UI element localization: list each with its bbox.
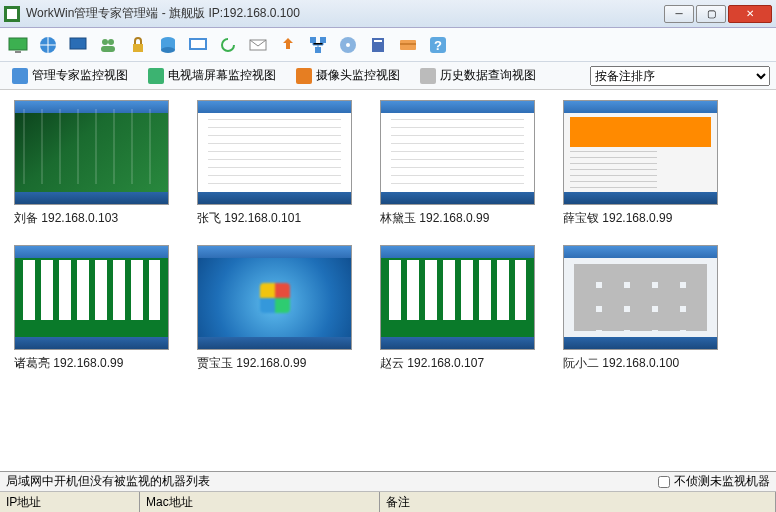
tile-caption: 贾宝玉 192.168.0.99 [197, 355, 352, 372]
screen-tile[interactable]: 薛宝钗 192.168.0.99 [563, 100, 718, 227]
window-title: WorkWin管理专家管理端 - 旗舰版 IP:192.168.0.100 [26, 5, 664, 22]
tile-caption: 林黛玉 192.168.0.99 [380, 210, 535, 227]
tab-manager-monitor[interactable]: 管理专家监控视图 [6, 65, 134, 86]
window-buttons: ─ ▢ ✕ [664, 5, 772, 23]
toolbar: ? [0, 28, 776, 62]
screen-tile[interactable]: 赵云 192.168.0.107 [380, 245, 535, 372]
no-detect-input[interactable] [658, 476, 670, 488]
no-detect-checkbox[interactable]: 不侦测未监视机器 [658, 473, 770, 490]
tb-mail-icon[interactable] [246, 33, 270, 57]
tab-label: 历史数据查询视图 [440, 67, 536, 84]
svg-text:?: ? [434, 38, 442, 53]
tile-caption: 赵云 192.168.0.107 [380, 355, 535, 372]
app-icon [4, 6, 20, 22]
tab-icon [420, 68, 436, 84]
bottom-table-header: IP地址 Mac地址 备注 [0, 492, 776, 512]
tab-label: 电视墙屏幕监控视图 [168, 67, 276, 84]
screen-thumbnail[interactable] [197, 100, 352, 205]
thumbnail-grid: 刘备 192.168.0.103张飞 192.168.0.101林黛玉 192.… [0, 90, 776, 438]
view-tabs: 管理专家监控视图 电视墙屏幕监控视图 摄像头监控视图 历史数据查询视图 按备注排… [0, 62, 776, 90]
svg-rect-1 [7, 9, 17, 19]
svg-point-6 [102, 39, 108, 45]
titlebar: WorkWin管理专家管理端 - 旗舰版 IP:192.168.0.100 ─ … [0, 0, 776, 28]
svg-rect-23 [400, 43, 416, 45]
screen-tile[interactable]: 诸葛亮 192.168.0.99 [14, 245, 169, 372]
svg-point-12 [161, 47, 175, 53]
svg-rect-15 [310, 37, 316, 43]
screen-tile[interactable]: 林黛玉 192.168.0.99 [380, 100, 535, 227]
tab-history[interactable]: 历史数据查询视图 [414, 65, 542, 86]
sort-select[interactable]: 按备注排序 [590, 66, 770, 86]
screen-thumbnail[interactable] [197, 245, 352, 350]
tab-icon [296, 68, 312, 84]
svg-rect-5 [70, 38, 86, 49]
bottom-panel: 局域网中开机但没有被监视的机器列表 不侦测未监视机器 IP地址 Mac地址 备注 [0, 471, 776, 512]
svg-rect-17 [315, 47, 321, 53]
screen-thumbnail[interactable] [563, 245, 718, 350]
tb-network-icon[interactable] [306, 33, 330, 57]
svg-rect-16 [320, 37, 326, 43]
tb-lock-icon[interactable] [126, 33, 150, 57]
tb-disc-icon[interactable] [336, 33, 360, 57]
tb-upload-icon[interactable] [276, 33, 300, 57]
tab-icon [148, 68, 164, 84]
tb-help-icon[interactable]: ? [426, 33, 450, 57]
svg-rect-21 [374, 40, 382, 42]
screen-thumbnail[interactable] [380, 100, 535, 205]
minimize-button[interactable]: ─ [664, 5, 694, 23]
tab-label: 管理专家监控视图 [32, 67, 128, 84]
tab-label: 摄像头监控视图 [316, 67, 400, 84]
screen-tile[interactable]: 刘备 192.168.0.103 [14, 100, 169, 227]
no-detect-label: 不侦测未监视机器 [674, 473, 770, 490]
tb-screen-icon[interactable] [66, 33, 90, 57]
col-mac[interactable]: Mac地址 [140, 492, 380, 512]
screen-tile[interactable]: 贾宝玉 192.168.0.99 [197, 245, 352, 372]
svg-rect-2 [9, 38, 27, 50]
screen-thumbnail[interactable] [14, 100, 169, 205]
tile-caption: 张飞 192.168.0.101 [197, 210, 352, 227]
svg-point-7 [108, 39, 114, 45]
tb-refresh-icon[interactable] [216, 33, 240, 57]
svg-rect-8 [101, 46, 115, 52]
tile-caption: 薛宝钗 192.168.0.99 [563, 210, 718, 227]
bottom-heading: 局域网中开机但没有被监视的机器列表 [6, 473, 210, 490]
tab-tv-wall[interactable]: 电视墙屏幕监控视图 [142, 65, 282, 86]
screen-thumbnail[interactable] [14, 245, 169, 350]
tile-caption: 阮小二 192.168.0.100 [563, 355, 718, 372]
tb-display-icon[interactable] [186, 33, 210, 57]
maximize-button[interactable]: ▢ [696, 5, 726, 23]
tb-db-icon[interactable] [156, 33, 180, 57]
screen-thumbnail[interactable] [380, 245, 535, 350]
tab-icon [12, 68, 28, 84]
tab-camera[interactable]: 摄像头监控视图 [290, 65, 406, 86]
col-ip[interactable]: IP地址 [0, 492, 140, 512]
screen-tile[interactable]: 张飞 192.168.0.101 [197, 100, 352, 227]
tb-card-icon[interactable] [396, 33, 420, 57]
svg-point-19 [346, 43, 350, 47]
tile-caption: 诸葛亮 192.168.0.99 [14, 355, 169, 372]
sort-box: 按备注排序 [590, 66, 770, 86]
close-button[interactable]: ✕ [728, 5, 772, 23]
tb-globe-icon[interactable] [36, 33, 60, 57]
screen-thumbnail[interactable] [563, 100, 718, 205]
bottom-heading-row: 局域网中开机但没有被监视的机器列表 不侦测未监视机器 [0, 472, 776, 492]
svg-rect-13 [190, 39, 206, 49]
tile-caption: 刘备 192.168.0.103 [14, 210, 169, 227]
svg-rect-3 [15, 51, 21, 53]
tb-monitor-icon[interactable] [6, 33, 30, 57]
svg-rect-9 [133, 44, 143, 52]
col-note[interactable]: 备注 [380, 492, 776, 512]
tb-book-icon[interactable] [366, 33, 390, 57]
screen-tile[interactable]: 阮小二 192.168.0.100 [563, 245, 718, 372]
tb-users-icon[interactable] [96, 33, 120, 57]
